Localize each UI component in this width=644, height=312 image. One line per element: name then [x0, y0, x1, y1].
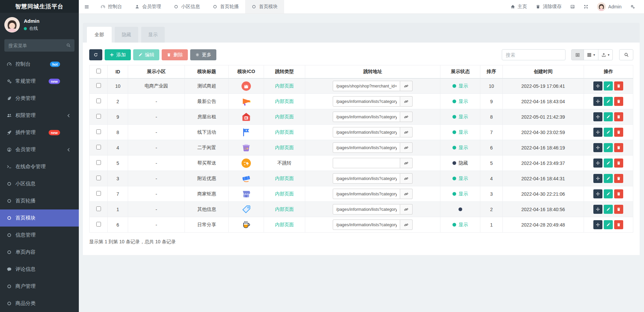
delete-row-button[interactable]: [614, 159, 623, 168]
edit-row-button[interactable]: [604, 128, 613, 137]
jump-url-input[interactable]: [333, 127, 400, 137]
jump-url-input[interactable]: [333, 81, 400, 91]
link-button[interactable]: [400, 158, 413, 168]
table-row[interactable]: 5-帮买帮送不跳转隐藏52022-04-16 23:49:37: [90, 155, 633, 171]
select-all-checkbox[interactable]: [96, 69, 101, 73]
status-badge[interactable]: 显示: [452, 176, 468, 182]
sidebar-item-评论信息[interactable]: 评论信息: [0, 261, 79, 278]
drag-sort-button[interactable]: [593, 81, 602, 90]
drag-sort-button[interactable]: [593, 143, 602, 152]
drag-sort-button[interactable]: [593, 128, 602, 137]
table-row[interactable]: 2-最新公告内部页面显示92022-04-16 18:43:04: [90, 94, 633, 109]
jump-url-input[interactable]: [333, 189, 400, 199]
edit-row-button[interactable]: [604, 189, 613, 198]
detail-view-button[interactable]: [571, 49, 584, 60]
link-button[interactable]: [400, 173, 413, 184]
drag-sort-button[interactable]: [593, 205, 602, 214]
jump-url-input[interactable]: [333, 96, 400, 107]
table-row[interactable]: 4-二手闲置二手内部页面显示62022-04-16 18:46:19: [90, 140, 633, 155]
search-submit-button[interactable]: [619, 49, 633, 60]
drag-sort-button[interactable]: [593, 189, 602, 198]
status-badge[interactable]: 显示: [452, 99, 468, 105]
nav-tab-会员管理[interactable]: 会员管理: [128, 0, 167, 13]
nav-tab-控制台[interactable]: 控制台: [94, 0, 128, 13]
edit-row-button[interactable]: [604, 112, 613, 121]
status-badge[interactable]: 显示: [452, 83, 468, 89]
row-checkbox[interactable]: [96, 176, 101, 180]
row-checkbox[interactable]: [96, 83, 101, 88]
delete-row-button[interactable]: [614, 128, 623, 137]
jump-url-input[interactable]: [333, 158, 400, 168]
drag-sort-button[interactable]: [593, 112, 602, 121]
language-button[interactable]: [566, 0, 579, 13]
delete-row-button[interactable]: [614, 174, 623, 183]
table-row[interactable]: 6-日常分享内部页面显示12022-04-28 20:49:48: [90, 217, 633, 233]
sidebar-item-分类管理[interactable]: 分类管理: [0, 90, 79, 107]
sidebar-item-单页内容[interactable]: 单页内容: [0, 244, 79, 261]
columns-button[interactable]: ▾: [584, 49, 598, 60]
edit-row-button[interactable]: [604, 81, 613, 90]
row-checkbox[interactable]: [96, 99, 101, 103]
link-button[interactable]: [400, 96, 413, 107]
status-badge[interactable]: 显示: [452, 145, 468, 151]
row-checkbox[interactable]: [96, 206, 101, 211]
table-row[interactable]: 10电商产业园测试商超内部页面显示102022-05-19 17:06:41: [90, 78, 633, 94]
link-button[interactable]: [400, 220, 413, 230]
link-button[interactable]: [400, 112, 413, 122]
filter-tab-全部[interactable]: 全部: [87, 27, 112, 43]
row-checkbox[interactable]: [96, 145, 101, 149]
jump-url-input[interactable]: [333, 220, 400, 230]
status-badge[interactable]: 显示: [452, 129, 468, 135]
drag-sort-button[interactable]: [593, 159, 602, 168]
refresh-button[interactable]: [89, 49, 102, 60]
filter-tab-显示[interactable]: 显示: [141, 27, 165, 43]
drag-sort-button[interactable]: [593, 220, 602, 229]
jump-url-input[interactable]: [333, 142, 400, 153]
row-checkbox[interactable]: [96, 114, 101, 119]
sidebar-item-商品分类[interactable]: 商品分类: [0, 295, 79, 312]
drag-sort-button[interactable]: [593, 97, 602, 106]
status-badge[interactable]: [459, 207, 462, 211]
status-badge[interactable]: 显示: [452, 222, 468, 228]
link-button[interactable]: [400, 142, 413, 153]
settings-button[interactable]: [626, 0, 639, 13]
jump-url-input[interactable]: [333, 173, 400, 184]
delete-row-button[interactable]: [614, 143, 623, 152]
row-checkbox[interactable]: [96, 160, 101, 165]
edit-row-button[interactable]: [604, 97, 613, 106]
nav-tab-小区信息[interactable]: 小区信息: [167, 0, 206, 13]
jump-url-input[interactable]: [333, 112, 400, 122]
filter-tab-隐藏[interactable]: 隐藏: [115, 27, 138, 43]
table-row[interactable]: 1-其他信息内部页面22022-04-16 18:40:56: [90, 202, 633, 217]
home-link[interactable]: 主页: [506, 0, 531, 13]
sidebar-item-会员管理[interactable]: 会员管理: [0, 141, 79, 158]
table-row[interactable]: 7-商家钜惠内部页面显示32022-04-30 22:21:06: [90, 186, 633, 202]
sidebar-item-权限管理[interactable]: 权限管理: [0, 107, 79, 124]
delete-row-button[interactable]: [614, 97, 623, 106]
edit-row-button[interactable]: [604, 205, 613, 214]
status-badge[interactable]: 显示: [452, 114, 468, 120]
delete-row-button[interactable]: [614, 81, 623, 90]
nav-tab-首页轮播[interactable]: 首页轮播: [206, 0, 245, 13]
clear-cache-link[interactable]: 清除缓存: [531, 0, 566, 13]
link-button[interactable]: [400, 127, 413, 137]
delete-row-button[interactable]: [614, 189, 623, 198]
more-button[interactable]: 更多: [190, 49, 216, 60]
table-row[interactable]: 9-房屋出租租内部页面显示82022-05-01 21:42:39: [90, 109, 633, 125]
delete-row-button[interactable]: [614, 220, 623, 229]
edit-button[interactable]: 编辑: [133, 49, 159, 60]
sidebar-item-控制台[interactable]: 控制台hot: [0, 56, 79, 73]
delete-row-button[interactable]: [614, 205, 623, 214]
row-checkbox[interactable]: [96, 129, 101, 134]
drag-sort-button[interactable]: [593, 174, 602, 183]
link-button[interactable]: [400, 204, 413, 214]
admin-menu[interactable]: Admin: [593, 0, 626, 13]
sidebar-item-商户管理[interactable]: 商户管理: [0, 278, 79, 295]
row-checkbox[interactable]: [96, 191, 101, 196]
sidebar-item-小区信息[interactable]: 小区信息: [0, 175, 79, 192]
export-button[interactable]: ▾: [598, 49, 613, 60]
sidebar-item-在线命令管理[interactable]: 在线命令管理: [0, 158, 79, 175]
sidebar-item-首页轮播[interactable]: 首页轮播: [0, 192, 79, 209]
jump-url-input[interactable]: [333, 204, 400, 214]
status-badge[interactable]: 隐藏: [452, 160, 468, 166]
